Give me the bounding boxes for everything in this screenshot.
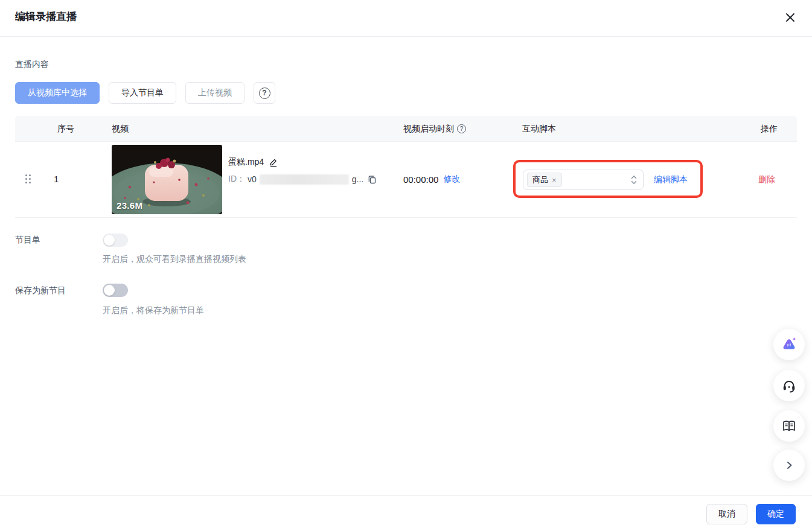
live-content-label: 直播内容 bbox=[15, 59, 49, 70]
question-icon: ? bbox=[259, 87, 270, 99]
id-redacted-blur bbox=[260, 174, 349, 185]
tab-import-playlist[interactable]: 导入节目单 bbox=[109, 82, 176, 104]
video-table: 序号 视频 视频启动时刻 ? 互动脚本 操作 1 bbox=[15, 116, 797, 218]
col-start-time: 视频启动时刻 ? bbox=[403, 116, 466, 142]
start-time-help-icon[interactable]: ? bbox=[457, 124, 466, 133]
ai-assistant-icon bbox=[780, 336, 798, 354]
id-prefix: v0 bbox=[248, 174, 257, 184]
col-script: 互动脚本 bbox=[522, 116, 556, 142]
delete-link[interactable]: 删除 bbox=[758, 174, 775, 185]
ai-assistant-button[interactable] bbox=[773, 329, 805, 360]
video-id-line: ID： v0 g... bbox=[228, 174, 377, 185]
video-name-line: 蛋糕.mp4 bbox=[228, 157, 278, 168]
chevron-right-icon bbox=[782, 459, 796, 472]
col-index: 序号 bbox=[57, 116, 74, 142]
script-select[interactable]: 商品 × bbox=[523, 170, 644, 190]
drag-handle-icon[interactable] bbox=[25, 174, 31, 183]
tab-select-from-library[interactable]: 从视频库中选择 bbox=[15, 82, 100, 104]
collapse-button[interactable] bbox=[773, 450, 805, 481]
video-filename: 蛋糕.mp4 bbox=[228, 157, 264, 168]
select-expand-icon bbox=[631, 175, 637, 185]
id-label: ID： bbox=[228, 174, 245, 185]
modify-link[interactable]: 修改 bbox=[443, 174, 460, 185]
tag-remove-icon[interactable]: × bbox=[552, 176, 557, 185]
close-icon[interactable] bbox=[783, 10, 798, 25]
manual-button[interactable] bbox=[773, 410, 805, 442]
headset-icon bbox=[781, 378, 797, 393]
save-program-label: 保存为新节目 bbox=[15, 285, 66, 296]
playlist-helper: 开启后，观众可看到录播直播视频列表 bbox=[103, 254, 246, 265]
copy-icon[interactable] bbox=[368, 175, 377, 184]
file-size-badge: 23.6M bbox=[117, 200, 142, 211]
source-tabs: 从视频库中选择 导入节目单 上传视频 ? bbox=[15, 82, 275, 104]
start-time-value: 00:00:00 bbox=[403, 174, 438, 185]
start-time-cell: 00:00:00 修改 bbox=[403, 174, 460, 185]
save-program-toggle[interactable] bbox=[103, 284, 128, 297]
cancel-button[interactable]: 取消 bbox=[706, 504, 747, 524]
edit-script-link[interactable]: 编辑脚本 bbox=[654, 174, 688, 185]
help-button[interactable]: ? bbox=[254, 82, 275, 104]
script-tag: 商品 × bbox=[527, 173, 562, 187]
open-book-icon bbox=[781, 418, 797, 434]
id-suffix: g... bbox=[352, 174, 363, 184]
header-divider bbox=[0, 36, 812, 37]
page-title: 编辑录播直播 bbox=[15, 10, 77, 24]
playlist-label: 节目单 bbox=[15, 235, 40, 246]
tab-upload-video[interactable]: 上传视频 bbox=[185, 82, 245, 104]
table-header: 序号 视频 视频启动时刻 ? 互动脚本 操作 bbox=[15, 116, 797, 142]
col-action: 操作 bbox=[761, 116, 778, 142]
customer-service-button[interactable] bbox=[773, 370, 805, 401]
save-program-helper: 开启后，将保存为新节目单 bbox=[103, 305, 204, 316]
col-video: 视频 bbox=[112, 116, 129, 142]
video-thumbnail: 23.6M bbox=[112, 145, 222, 214]
row-index: 1 bbox=[54, 174, 59, 184]
rename-icon[interactable] bbox=[269, 157, 278, 167]
confirm-button[interactable]: 确定 bbox=[756, 504, 796, 524]
footer-divider bbox=[0, 495, 812, 496]
playlist-toggle[interactable] bbox=[103, 234, 128, 247]
edit-recorded-live-dialog: 编辑录播直播 直播内容 从视频库中选择 导入节目单 上传视频 ? 序号 视频 视… bbox=[0, 0, 812, 528]
